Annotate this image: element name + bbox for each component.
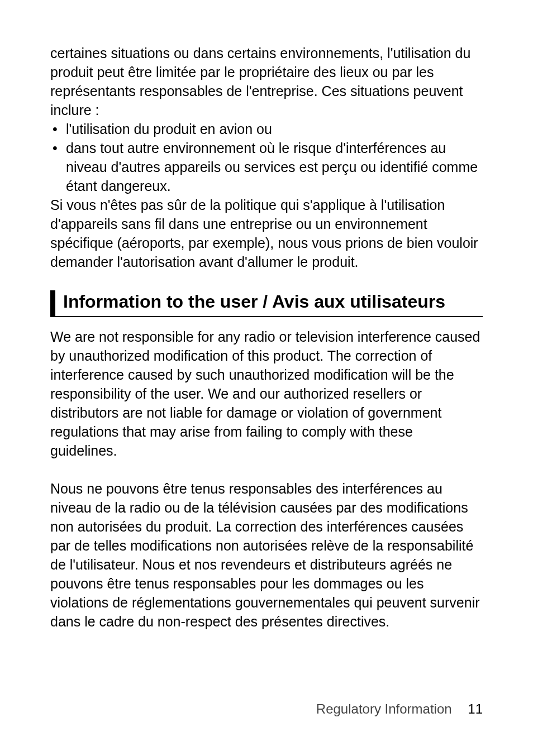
footer-label: Regulatory Information <box>316 701 452 716</box>
intro-paragraph: certaines situations ou dans certains en… <box>50 44 483 119</box>
paragraph-french: Nous ne pouvons être tenus responsables … <box>50 479 483 631</box>
list-item: l'utilisation du produit en avion ou <box>50 119 483 138</box>
page-content: certaines situations ou dans certains en… <box>50 44 483 631</box>
paragraph-english: We are not responsible for any radio or … <box>50 327 483 460</box>
page-footer: Regulatory Information 11 <box>316 701 483 717</box>
section-heading: Information to the user / Avis aux utili… <box>50 290 483 317</box>
list-item: dans tout autre environnement où le risq… <box>50 138 483 195</box>
page-number: 11 <box>468 701 483 716</box>
after-bullets-paragraph: Si vous n'êtes pas sûr de la politique q… <box>50 195 483 271</box>
bullet-list: l'utilisation du produit en avion ou dan… <box>50 119 483 195</box>
